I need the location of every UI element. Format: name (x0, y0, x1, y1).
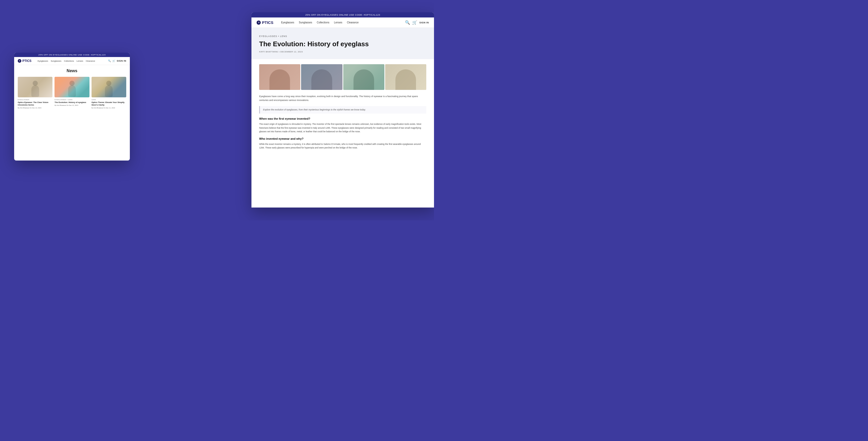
article-author-1: By Kirti Bhattarai On Dec 13, 2023 (18, 107, 53, 109)
nav-links-list[interactable]: Eyeglasses Sunglasses Collections Lenses… (37, 60, 95, 62)
section1-heading: When was the first eyewear invented? (259, 117, 426, 120)
article-author-3: By Kirti Bhattarai On Dec 11, 2023 (92, 107, 126, 109)
logo-text-list: PTICS (22, 59, 31, 63)
blog-blockquote: Explore the evolution of eyeglasses, fro… (259, 106, 426, 114)
nav-links-detail[interactable]: Eyeglasses Sunglasses Collections Lenses… (281, 21, 359, 24)
nav-eyeglasses-detail[interactable]: Eyeglasses (281, 21, 294, 24)
article-img-2 (55, 77, 89, 97)
articles-grid: EYEGLASSES Optics Eyewear: The Clear Vis… (18, 77, 126, 109)
section2-heading: Who invented eyewear and why? (259, 137, 426, 140)
blog-breadcrumb: EYEGLASSES • LENS (259, 35, 426, 37)
blog-list-window: 25% OFF ON EYEGLASSES ONLINE USE CODE: #… (14, 53, 130, 161)
search-icon-detail[interactable]: 🔍 (405, 20, 410, 25)
blog-detail-window: 25% OFF ON EYEGLASSES ONLINE USE CODE: #… (251, 12, 434, 207)
blog-list-content: News EYEGLASSES Optics Eyewear: The Clea… (14, 65, 130, 112)
section1-text: The exact origin of eyeglasses is shroud… (259, 122, 426, 133)
blog-intro: Eyeglasses have come a long way since th… (259, 95, 426, 102)
blog-detail-body: Eyeglasses have come a long way since th… (251, 59, 434, 188)
nav-clearance-detail[interactable]: Clearance (347, 21, 359, 24)
article-title-2: The Evolution: History of eyeglass (55, 101, 89, 104)
article-tag-1: EYEGLASSES (18, 99, 53, 100)
logo-icon-list: ⊙ (18, 59, 21, 63)
blog-detail-header: EYEGLASSES • LENS The Evolution: History… (251, 28, 434, 59)
cart-icon-detail[interactable]: 🛒 (412, 20, 417, 25)
news-title: News (18, 69, 126, 73)
sign-in-detail[interactable]: SIGN IN (420, 21, 429, 24)
article-author-2: By Kirti Bhattarai On Dec 12, 2023 (55, 105, 89, 106)
section2-text: While the exact inventor remains a myste… (259, 142, 426, 150)
nav-sunglasses-list[interactable]: Sunglasses (51, 60, 61, 62)
nav-clearance-list[interactable]: Clearance (86, 60, 95, 62)
promo-bar-detail: 25% OFF ON EYEGLASSES ONLINE USE CODE: #… (251, 12, 434, 18)
img-seg-3 (343, 64, 384, 90)
person-1 (30, 81, 40, 97)
cart-icon-list[interactable]: 🛒 (112, 60, 115, 62)
article-card-2[interactable]: EYEGLASSES • LENS The Evolution: History… (55, 77, 89, 109)
nav-lenses-detail[interactable]: Lenses (334, 21, 342, 24)
nav-bar-detail: ⊙ PTICS Eyeglasses Sunglasses Collection… (251, 18, 434, 28)
blog-date: DECEMBER 12, 2023 (280, 50, 303, 53)
img-seg-4 (385, 64, 426, 90)
logo-list: ⊙ PTICS (18, 59, 31, 63)
images-strip (259, 64, 426, 90)
nav-bar-list: ⊙ PTICS Eyeglasses Sunglasses Collection… (14, 57, 130, 65)
nav-collections-detail[interactable]: Collections (317, 21, 329, 24)
article-tag-3: LENS (92, 99, 126, 100)
article-img-1 (18, 77, 53, 97)
nav-eyeglasses-list[interactable]: Eyeglasses (37, 60, 48, 62)
person-2 (67, 81, 77, 97)
logo-icon-detail: ⊙ (257, 21, 261, 25)
search-icon-list[interactable]: 🔍 (108, 60, 111, 62)
blog-meta: KIRTI BHATTARAI • DECEMBER 12, 2023 (259, 50, 426, 53)
img-seg-2 (301, 64, 342, 90)
article-img-3 (92, 77, 126, 97)
nav-sunglasses-detail[interactable]: Sunglasses (299, 21, 312, 24)
nav-collections-list[interactable]: Collections (64, 60, 74, 62)
sign-in-list[interactable]: SIGN IN (117, 60, 126, 62)
logo-detail: ⊙ PTICS (257, 20, 273, 25)
nav-icons-list: 🔍 🛒 SIGN IN (108, 60, 126, 62)
article-title-1: Optics Eyewear: The Clear Vision Chronic… (18, 101, 53, 106)
nav-lenses-list[interactable]: Lenses (76, 60, 83, 62)
nav-icons-detail: 🔍 🛒 SIGN IN (405, 20, 429, 25)
person-3 (104, 81, 114, 97)
blog-title: The Evolution: History of eyeglass (259, 40, 426, 48)
logo-text-detail: PTICS (262, 20, 273, 25)
article-title-3: Optics Theme: Elevate Your Shopify Store… (92, 101, 126, 106)
article-card-3[interactable]: LENS Optics Theme: Elevate Your Shopify … (92, 77, 126, 109)
promo-bar-list: 25% OFF ON EYEGLASSES ONLINE USE CODE: #… (14, 53, 130, 57)
img-seg-1 (259, 64, 300, 90)
article-card-1[interactable]: EYEGLASSES Optics Eyewear: The Clear Vis… (18, 77, 53, 109)
article-tag-2: EYEGLASSES • LENS (55, 99, 89, 100)
blog-author: KIRTI BHATTARAI (259, 50, 278, 53)
